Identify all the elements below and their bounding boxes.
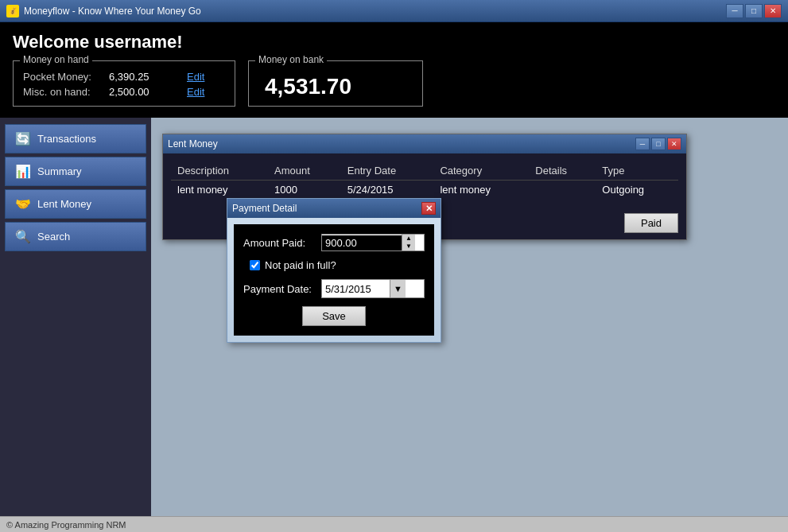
payment-date-field: Payment Date: ▼ — [243, 279, 425, 298]
app-body: Welcome username! Money on hand Pocket M… — [0, 22, 788, 532]
col-amount: Amount — [268, 161, 341, 181]
lent-window-buttons: ─ □ ✕ — [635, 138, 681, 150]
col-details: Details — [529, 161, 596, 181]
not-paid-full-checkbox[interactable] — [250, 260, 260, 270]
row-category: lent money — [433, 181, 529, 200]
money-panels: Money on hand Pocket Money: 6,390.25 Edi… — [13, 60, 775, 107]
title-bar-left: 💰 Moneyflow - Know Where Your Money Go — [6, 5, 201, 17]
lent-money-label: Lent Money — [37, 198, 91, 210]
col-entry-date: Entry Date — [341, 161, 434, 181]
col-type: Type — [596, 161, 678, 181]
minimize-button[interactable]: ─ — [726, 4, 743, 18]
misc-on-hand-value: 2,500.00 — [109, 86, 165, 98]
title-bar-buttons: ─ □ ✕ — [726, 4, 782, 18]
header: Welcome username! Money on hand Pocket M… — [0, 22, 788, 118]
lent-table-body: lent money 1000 5/24/2015 lent money Out… — [171, 181, 678, 200]
lent-content: Description Amount Entry Date Category D… — [163, 153, 686, 207]
transactions-label: Transactions — [37, 133, 96, 145]
main-panel: Lent Money ─ □ ✕ Description Amount E — [151, 118, 788, 516]
lent-minimize-button[interactable]: ─ — [635, 138, 650, 150]
footer: © Amazing Programming NRM — [0, 516, 788, 532]
amount-spin-up[interactable]: ▲ — [402, 235, 415, 243]
lent-table-header: Description Amount Entry Date Category D… — [171, 161, 678, 181]
footer-text: © Amazing Programming NRM — [6, 520, 126, 530]
lent-window-titlebar: Lent Money ─ □ ✕ — [163, 134, 686, 153]
amount-paid-field: Amount Paid: ▲ ▼ — [243, 234, 425, 251]
money-on-hand-panel: Money on hand Pocket Money: 6,390.25 Edi… — [13, 60, 235, 107]
amount-spinners: ▲ ▼ — [402, 235, 415, 250]
payment-date-label: Payment Date: — [243, 283, 315, 295]
not-paid-full-label: Not paid in full? — [265, 259, 336, 271]
pocket-money-row: Pocket Money: 6,390.25 Edit — [23, 71, 225, 83]
dialog-close-button[interactable]: ✕ — [421, 202, 436, 215]
title-bar: 💰 Moneyflow - Know Where Your Money Go ─… — [0, 0, 788, 22]
lent-money-icon: 🤝 — [15, 196, 31, 212]
close-button[interactable]: ✕ — [764, 4, 782, 18]
search-label: Search — [37, 231, 70, 243]
amount-paid-input[interactable] — [322, 235, 402, 250]
table-row[interactable]: lent money 1000 5/24/2015 lent money Out… — [171, 181, 678, 200]
misc-on-hand-label: Misc. on hand: — [23, 86, 103, 98]
bank-amount: 4,531.70 — [265, 74, 406, 99]
money-on-bank-label: Money on bank — [255, 54, 327, 65]
sidebar-item-transactions[interactable]: 🔄 Transactions — [5, 124, 146, 153]
content-area: 🔄 Transactions 📊 Summary 🤝 Lent Money 🔍 … — [0, 118, 788, 516]
sidebar-item-lent-money[interactable]: 🤝 Lent Money — [5, 189, 146, 219]
dialog-titlebar: Payment Detail ✕ — [227, 199, 441, 218]
search-icon: 🔍 — [15, 229, 31, 244]
money-on-hand-label: Money on hand — [20, 54, 92, 65]
row-type: Outgoing — [596, 181, 678, 200]
money-on-bank-panel: Money on bank 4,531.70 — [248, 60, 423, 107]
row-details — [529, 181, 596, 200]
maximize-button[interactable]: □ — [745, 4, 763, 18]
lent-window-title: Lent Money — [168, 138, 218, 150]
pocket-money-label: Pocket Money: — [23, 71, 103, 83]
sidebar: 🔄 Transactions 📊 Summary 🤝 Lent Money 🔍 … — [0, 118, 151, 516]
date-picker-button[interactable]: ▼ — [390, 280, 406, 297]
save-button[interactable]: Save — [302, 306, 366, 326]
welcome-title: Welcome username! — [13, 32, 775, 52]
amount-paid-input-wrap: ▲ ▼ — [321, 234, 425, 251]
dialog-body: Amount Paid: ▲ ▼ — [234, 224, 434, 336]
misc-money-row: Misc. on hand: 2,500.00 Edit — [23, 86, 225, 98]
pocket-money-edit[interactable]: Edit — [187, 71, 204, 83]
app-icon: 💰 — [6, 5, 19, 17]
save-row: Save — [243, 306, 425, 326]
lent-maximize-button[interactable]: □ — [651, 138, 666, 150]
amount-spin-down[interactable]: ▼ — [402, 243, 415, 250]
payment-date-input[interactable] — [322, 282, 390, 297]
lent-table: Description Amount Entry Date Category D… — [171, 161, 678, 199]
paid-button[interactable]: Paid — [624, 213, 678, 233]
dialog-title: Payment Detail — [232, 203, 297, 214]
row-amount: 1000 — [268, 181, 341, 200]
lent-close-button[interactable]: ✕ — [667, 138, 681, 150]
payment-date-wrap: ▼ — [321, 279, 425, 298]
summary-label: Summary — [37, 165, 82, 177]
misc-money-edit[interactable]: Edit — [187, 86, 204, 98]
row-entry-date: 5/24/2015 — [341, 181, 434, 200]
summary-icon: 📊 — [15, 164, 31, 179]
col-description: Description — [171, 161, 268, 181]
row-description: lent money — [171, 181, 268, 200]
amount-paid-label: Amount Paid: — [243, 237, 315, 249]
app-title: Moneyflow - Know Where Your Money Go — [24, 6, 201, 17]
payment-detail-dialog: Payment Detail ✕ Amount Paid: ▲ ▼ — [227, 198, 441, 343]
lent-money-window: Lent Money ─ □ ✕ Description Amount E — [162, 134, 687, 240]
sidebar-item-summary[interactable]: 📊 Summary — [5, 157, 146, 186]
sidebar-item-search[interactable]: 🔍 Search — [5, 222, 146, 251]
not-paid-full-row: Not paid in full? — [250, 259, 425, 271]
pocket-money-value: 6,390.25 — [109, 71, 165, 83]
transactions-icon: 🔄 — [15, 131, 31, 146]
col-category: Category — [433, 161, 529, 181]
